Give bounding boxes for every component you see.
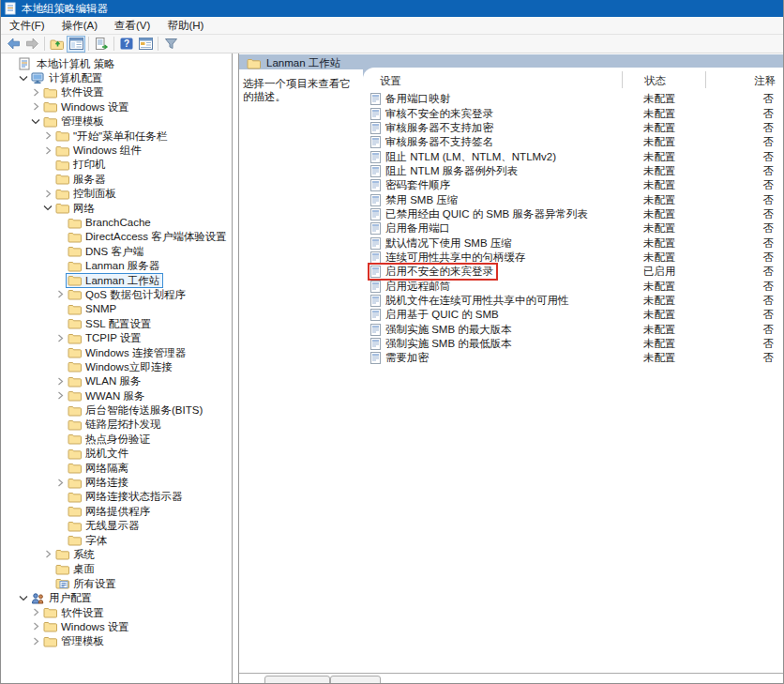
tree-item-body[interactable]: SSL 配置设置	[66, 316, 156, 331]
chevron-right-icon[interactable]	[30, 608, 41, 617]
tree-item[interactable]: 网络连接状态指示器	[1, 490, 232, 504]
tree-item-body[interactable]: 字体	[66, 533, 111, 548]
tree-item[interactable]: 用户配置	[1, 590, 232, 604]
tree-item-body[interactable]: 网络隔离	[66, 461, 132, 476]
tree-item-body[interactable]: 系统	[53, 547, 98, 562]
tree-item-body[interactable]: 管理模板	[41, 633, 108, 648]
tree-item-body[interactable]: BranchCache	[66, 215, 155, 230]
tree-item[interactable]: 链路层拓扑发现	[1, 418, 232, 432]
tree-item[interactable]: 脱机文件	[1, 447, 232, 461]
tree-item-body[interactable]: 网络连接状态指示器	[66, 489, 187, 504]
tree-item[interactable]: Lanman 工作站	[1, 273, 232, 287]
tree-item[interactable]: Windows立即连接	[1, 359, 232, 373]
tree-item[interactable]: 后台智能传送服务(BITS)	[1, 403, 232, 417]
tree-item[interactable]: WWAN 服务	[1, 388, 232, 403]
tree-item[interactable]: QoS 数据包计划程序	[1, 287, 232, 301]
title-bar[interactable]: 本地组策略编辑器	[1, 0, 783, 17]
tree-item-body[interactable]: WWAN 服务	[66, 388, 148, 403]
chevron-down-icon[interactable]	[42, 204, 53, 213]
tree-item-body[interactable]: Windows 组件	[53, 143, 145, 158]
tree-item-body[interactable]: 后台智能传送服务(BITS)	[66, 403, 206, 418]
tree-item[interactable]: WLAN 服务	[1, 374, 232, 388]
tree-item[interactable]: 本地计算机 策略	[1, 56, 232, 70]
tree-item-body[interactable]: 计算机配置	[29, 70, 107, 85]
tree-item-body[interactable]: DirectAccess 客户端体验设置	[66, 229, 231, 244]
tree-item[interactable]: 无线显示器	[1, 519, 232, 533]
chevron-right-icon[interactable]	[54, 376, 66, 386]
setting-name-wrap[interactable]: 需要加密	[368, 349, 433, 367]
tree-item-body[interactable]: 网络连接	[66, 475, 132, 490]
tree-item-body[interactable]: SNMP	[66, 301, 120, 316]
chevron-right-icon[interactable]	[42, 145, 53, 155]
tree-item[interactable]: Windows 连接管理器	[1, 345, 232, 359]
show-console-tree-icon[interactable]	[67, 36, 85, 53]
tree-item-body[interactable]: QoS 数据包计划程序	[66, 287, 189, 302]
tree-item[interactable]: Windows 设置	[1, 99, 232, 114]
tree-item-body[interactable]: 服务器	[53, 172, 110, 187]
tree-item[interactable]: 字体	[1, 533, 232, 547]
tree-item-body[interactable]: 打印机	[53, 157, 110, 172]
tree-item-body[interactable]: Windows 设置	[41, 619, 133, 634]
tree-item-body[interactable]: 软件设置	[41, 84, 108, 99]
tree-item-body[interactable]: 所有设置	[53, 576, 120, 591]
tree-item[interactable]: 管理模板	[1, 634, 232, 648]
tree-item-body[interactable]: 软件设置	[41, 605, 108, 620]
chevron-right-icon[interactable]	[54, 290, 66, 299]
chevron-right-icon[interactable]	[30, 636, 41, 646]
menu-help[interactable]: 帮助(H)	[158, 17, 212, 34]
tree-item[interactable]: DirectAccess 客户端体验设置	[1, 230, 232, 244]
tree-item[interactable]: 管理模板	[1, 114, 232, 129]
tree-item[interactable]: 打印机	[1, 158, 232, 172]
view-tab-stub[interactable]	[264, 676, 330, 683]
tree-item-body[interactable]: Windows 连接管理器	[66, 345, 189, 360]
tree-item-body[interactable]: Lanman 服务器	[66, 258, 163, 273]
forward-icon[interactable]	[23, 36, 41, 53]
tree-item-body[interactable]: Windows立即连接	[66, 359, 176, 374]
column-setting[interactable]: 设置	[363, 74, 622, 88]
tree-item[interactable]: SSL 配置设置	[1, 316, 232, 330]
help-icon[interactable]: ?	[117, 36, 136, 53]
setting-row[interactable]: 需要加密未配置否	[363, 351, 783, 365]
tree-item-body[interactable]: 网络提供程序	[66, 504, 154, 519]
chevron-right-icon[interactable]	[42, 550, 53, 559]
tree-item-body[interactable]: 管理模板	[41, 114, 108, 129]
tree-item[interactable]: 控制面板	[1, 187, 232, 201]
tree-item-body[interactable]: Windows 设置	[41, 99, 133, 114]
tree-item-body[interactable]: 脱机文件	[66, 446, 132, 461]
chevron-right-icon[interactable]	[30, 102, 41, 112]
chevron-right-icon[interactable]	[54, 391, 66, 401]
tree-item[interactable]: 系统	[1, 547, 232, 561]
tree-item[interactable]: 所有设置	[1, 576, 232, 590]
view-tab-stub[interactable]	[330, 676, 381, 683]
tree-item[interactable]: SNMP	[1, 302, 232, 316]
tree-item[interactable]: 服务器	[1, 172, 232, 186]
chevron-right-icon[interactable]	[30, 87, 41, 97]
tree-item-body[interactable]: 链路层拓扑发现	[66, 417, 165, 432]
setting-name-cell[interactable]: 需要加密	[363, 349, 622, 367]
tree-item-body[interactable]: DNS 客户端	[66, 244, 147, 259]
chevron-down-icon[interactable]	[18, 593, 29, 602]
menu-file[interactable]: 文件(F)	[1, 17, 53, 34]
chevron-down-icon[interactable]	[18, 73, 29, 83]
tree-item[interactable]: Windows 组件	[1, 143, 232, 157]
chevron-right-icon[interactable]	[30, 622, 41, 631]
up-one-level-icon[interactable]	[48, 36, 67, 53]
tree-item-selected[interactable]: Lanman 工作站	[66, 273, 163, 288]
tree-item-body[interactable]: 无线显示器	[66, 518, 143, 533]
tree-item[interactable]: 计算机配置	[1, 70, 232, 84]
menu-view[interactable]: 查看(V)	[106, 17, 158, 34]
tree-item[interactable]: 网络隔离	[1, 461, 232, 475]
filter-icon[interactable]	[161, 36, 180, 53]
tree-item[interactable]: 软件设置	[1, 605, 232, 619]
chevron-right-icon[interactable]	[42, 189, 53, 198]
tree-item-body[interactable]: TCPIP 设置	[66, 330, 145, 345]
column-comment[interactable]: 注释	[705, 71, 783, 88]
tree-item[interactable]: TCPIP 设置	[1, 330, 232, 344]
tree-item-body[interactable]: 用户配置	[29, 590, 96, 605]
tree-item[interactable]: 网络提供程序	[1, 504, 232, 518]
tree-item[interactable]: 网络	[1, 201, 232, 215]
tree-item[interactable]: 网络连接	[1, 475, 232, 489]
tree-item[interactable]: Windows 设置	[1, 619, 232, 633]
console-window-icon[interactable]	[136, 36, 155, 53]
tree-item[interactable]: BranchCache	[1, 215, 232, 229]
